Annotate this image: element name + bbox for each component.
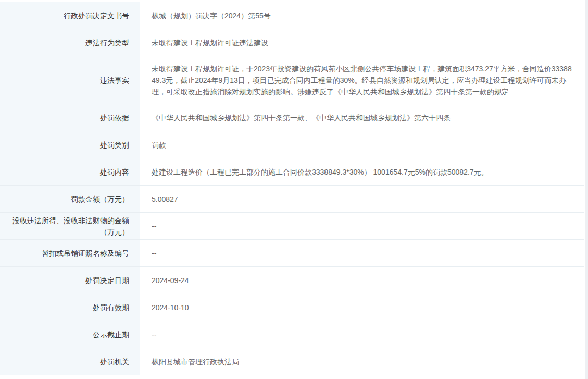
table-row-validity-date: 处罚有效期 2024-10-10 (0, 294, 584, 321)
row-value-text: 未取得建设工程规划许可证，于2023年投资建设的荷风苑小区北侧公共停车场建设工程… (152, 63, 573, 97)
table-row-violation-facts: 违法事实 未取得建设工程规划许可证，于2023年投资建设的荷风苑小区北侧公共停车… (0, 56, 584, 104)
row-value: 枞阳县城市管理行政执法局 (140, 348, 584, 375)
row-value: 未取得建设工程规划许可证违法建设 (140, 29, 584, 56)
table-row-penalty-category: 处罚类别 罚款 (0, 131, 584, 158)
row-label: 处罚决定日期 (0, 267, 140, 294)
table-row-publicity-deadline: 公示截止期 -- (0, 321, 584, 348)
row-label: 处罚有效期 (0, 294, 140, 321)
row-value-text: 未取得建设工程规划许可证违法建设 (152, 37, 268, 48)
row-value: 处建设工程造价（工程已完工部分的施工合同价款3338849.3*30%） 100… (140, 158, 584, 185)
row-value-text: 枞阳县城市管理行政执法局 (152, 356, 239, 368)
row-value-text: 5.00827 (152, 193, 178, 205)
table-row-fine-amount: 罚款金额（万元） 5.00827 (0, 186, 584, 213)
row-value-text: 《中华人民共和国城乡规划法》第四十条第一款、《中华人民共和国城乡规划法》第六十四… (152, 112, 451, 124)
row-value: 枞城（规划）罚决字（2024）第55号 (140, 2, 584, 29)
table-row-document-number: 行政处罚决定文书号 枞城（规划）罚决字（2024）第55号 (0, 2, 584, 29)
row-label: 处罚依据 (0, 104, 140, 131)
row-label: 处罚类别 (0, 131, 140, 158)
row-value: 2024-10-10 (140, 294, 584, 321)
row-value-text: 处建设工程造价（工程已完工部分的施工合同价款3338849.3*30%） 100… (152, 166, 489, 178)
row-label: 违法事实 (0, 56, 140, 104)
row-value: -- (140, 240, 584, 266)
row-label: 罚款金额（万元） (0, 186, 140, 212)
row-value: 《中华人民共和国城乡规划法》第四十条第一款、《中华人民共和国城乡规划法》第六十四… (140, 104, 584, 131)
row-label: 没收违法所得、没收非法财物的金额（万元） (0, 213, 140, 239)
row-value: 罚款 (140, 131, 584, 158)
row-label: 违法行为类型 (0, 29, 140, 56)
row-label: 暂扣或吊销证照名称及编号 (0, 240, 140, 266)
table-row-penalty-authority: 处罚机关 枞阳县城市管理行政执法局 (0, 348, 584, 375)
row-value-text: 罚款 (152, 139, 166, 151)
row-value: -- (140, 321, 584, 348)
vertical-scrollbar-track[interactable] (585, 0, 588, 379)
table-row-penalty-content: 处罚内容 处建设工程造价（工程已完工部分的施工合同价款3338849.3*30%… (0, 158, 584, 186)
row-value-text: -- (152, 221, 156, 232)
row-value: 2024-09-24 (140, 267, 584, 294)
row-label: 行政处罚决定文书号 (0, 2, 140, 29)
row-label: 处罚内容 (0, 158, 140, 185)
row-value: 未取得建设工程规划许可证，于2023年投资建设的荷风苑小区北侧公共停车场建设工程… (140, 56, 584, 104)
row-value-text: 2024-09-24 (152, 275, 189, 286)
row-value-text: 枞城（规划）罚决字（2024）第55号 (152, 10, 271, 21)
row-label: 处罚机关 (0, 348, 140, 375)
row-value: -- (140, 213, 584, 239)
table-row-violation-type: 违法行为类型 未取得建设工程规划许可证违法建设 (0, 29, 584, 56)
penalty-detail-table: 行政处罚决定文书号 枞城（规划）罚决字（2024）第55号 违法行为类型 未取得… (0, 2, 584, 375)
row-value-text: -- (152, 248, 156, 259)
row-value: 5.00827 (140, 186, 584, 212)
table-row-confiscation-amount: 没收违法所得、没收非法财物的金额（万元） -- (0, 213, 584, 240)
row-label: 公示截止期 (0, 321, 140, 348)
row-value-text: 2024-10-10 (152, 302, 189, 313)
row-value-text: -- (152, 329, 156, 340)
table-row-license-revocation: 暂扣或吊销证照名称及编号 -- (0, 240, 584, 267)
table-row-penalty-basis: 处罚依据 《中华人民共和国城乡规划法》第四十条第一款、《中华人民共和国城乡规划法… (0, 104, 584, 131)
table-row-decision-date: 处罚决定日期 2024-09-24 (0, 267, 584, 294)
